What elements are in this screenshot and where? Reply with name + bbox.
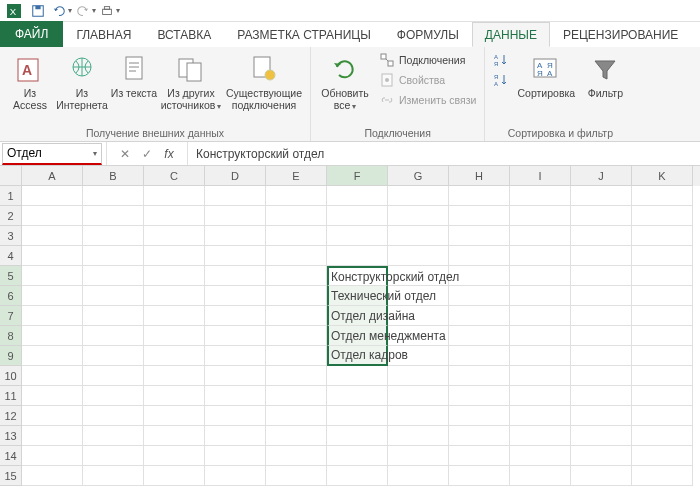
cell-F8[interactable]: Отдел менеджмента [327, 326, 388, 346]
cell-F7[interactable]: Отдел дизайна [327, 306, 388, 326]
cell-G1[interactable] [388, 186, 449, 206]
cell-H3[interactable] [449, 226, 510, 246]
cell-F3[interactable] [327, 226, 388, 246]
row-header-2[interactable]: 2 [0, 206, 22, 226]
cell-D12[interactable] [205, 406, 266, 426]
row-header-7[interactable]: 7 [0, 306, 22, 326]
cell-J12[interactable] [571, 406, 632, 426]
name-box[interactable]: ▾ [2, 143, 102, 165]
name-box-input[interactable] [7, 146, 77, 160]
cell-F10[interactable] [327, 366, 388, 386]
cell-D8[interactable] [205, 326, 266, 346]
cell-A14[interactable] [22, 446, 83, 466]
cancel-formula-icon[interactable]: ✕ [115, 145, 135, 163]
cell-E12[interactable] [266, 406, 327, 426]
col-header-G[interactable]: G [388, 166, 449, 186]
cell-K15[interactable] [632, 466, 693, 486]
cell-E1[interactable] [266, 186, 327, 206]
row-header-8[interactable]: 8 [0, 326, 22, 346]
undo-icon[interactable]: ▾ [52, 2, 72, 20]
cell-E15[interactable] [266, 466, 327, 486]
cell-J14[interactable] [571, 446, 632, 466]
cell-J11[interactable] [571, 386, 632, 406]
accept-formula-icon[interactable]: ✓ [137, 145, 157, 163]
name-box-dropdown-icon[interactable]: ▾ [93, 149, 97, 158]
row-header-9[interactable]: 9 [0, 346, 22, 366]
tab-formulas[interactable]: ФОРМУЛЫ [384, 22, 472, 47]
row-header-1[interactable]: 1 [0, 186, 22, 206]
cell-A1[interactable] [22, 186, 83, 206]
cell-A8[interactable] [22, 326, 83, 346]
cell-K14[interactable] [632, 446, 693, 466]
cell-G13[interactable] [388, 426, 449, 446]
cell-D2[interactable] [205, 206, 266, 226]
cell-J13[interactable] [571, 426, 632, 446]
cell-K1[interactable] [632, 186, 693, 206]
col-header-H[interactable]: H [449, 166, 510, 186]
cell-H14[interactable] [449, 446, 510, 466]
cell-F12[interactable] [327, 406, 388, 426]
cell-I10[interactable] [510, 366, 571, 386]
cell-K12[interactable] [632, 406, 693, 426]
cell-H13[interactable] [449, 426, 510, 446]
existing-connections-button[interactable]: Существующие подключения [224, 51, 304, 111]
select-all-corner[interactable] [0, 166, 22, 186]
row-header-12[interactable]: 12 [0, 406, 22, 426]
cell-B1[interactable] [83, 186, 144, 206]
tab-insert[interactable]: ВСТАВКА [144, 22, 224, 47]
cell-I2[interactable] [510, 206, 571, 226]
cell-B14[interactable] [83, 446, 144, 466]
cell-K7[interactable] [632, 306, 693, 326]
cell-I3[interactable] [510, 226, 571, 246]
cell-C7[interactable] [144, 306, 205, 326]
cell-B12[interactable] [83, 406, 144, 426]
cell-E6[interactable] [266, 286, 327, 306]
tab-review[interactable]: РЕЦЕНЗИРОВАНИЕ [550, 22, 691, 47]
cell-E13[interactable] [266, 426, 327, 446]
cell-I1[interactable] [510, 186, 571, 206]
cell-I11[interactable] [510, 386, 571, 406]
cell-I4[interactable] [510, 246, 571, 266]
cell-D4[interactable] [205, 246, 266, 266]
cell-H6[interactable] [449, 286, 510, 306]
cell-G11[interactable] [388, 386, 449, 406]
cell-E9[interactable] [266, 346, 327, 366]
cell-F4[interactable] [327, 246, 388, 266]
cell-G3[interactable] [388, 226, 449, 246]
cell-E7[interactable] [266, 306, 327, 326]
cell-D11[interactable] [205, 386, 266, 406]
cell-F15[interactable] [327, 466, 388, 486]
col-header-F[interactable]: F [327, 166, 388, 186]
cell-A11[interactable] [22, 386, 83, 406]
cell-E2[interactable] [266, 206, 327, 226]
cell-I14[interactable] [510, 446, 571, 466]
row-header-15[interactable]: 15 [0, 466, 22, 486]
cell-B2[interactable] [83, 206, 144, 226]
row-header-5[interactable]: 5 [0, 266, 22, 286]
cell-E14[interactable] [266, 446, 327, 466]
fx-icon[interactable]: fx [159, 145, 179, 163]
cell-H9[interactable] [449, 346, 510, 366]
cell-H7[interactable] [449, 306, 510, 326]
cell-E11[interactable] [266, 386, 327, 406]
cell-D14[interactable] [205, 446, 266, 466]
cell-H1[interactable] [449, 186, 510, 206]
cell-F5[interactable]: Конструкторский отдел [327, 266, 388, 286]
cell-K4[interactable] [632, 246, 693, 266]
cell-A4[interactable] [22, 246, 83, 266]
cell-I15[interactable] [510, 466, 571, 486]
cell-E8[interactable] [266, 326, 327, 346]
cell-H11[interactable] [449, 386, 510, 406]
cell-D1[interactable] [205, 186, 266, 206]
cell-F6[interactable]: Технический отдел [327, 286, 388, 306]
cell-A13[interactable] [22, 426, 83, 446]
cell-A5[interactable] [22, 266, 83, 286]
cell-A10[interactable] [22, 366, 83, 386]
cell-J10[interactable] [571, 366, 632, 386]
cell-A9[interactable] [22, 346, 83, 366]
cell-I6[interactable] [510, 286, 571, 306]
tab-pagelayout[interactable]: РАЗМЕТКА СТРАНИЦЫ [224, 22, 384, 47]
cell-G15[interactable] [388, 466, 449, 486]
cell-F13[interactable] [327, 426, 388, 446]
cell-D9[interactable] [205, 346, 266, 366]
